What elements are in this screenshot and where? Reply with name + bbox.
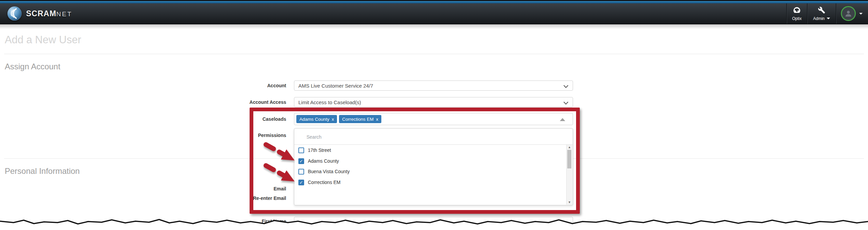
option-label: Corrections EM [308,180,340,185]
checkbox[interactable] [298,169,304,175]
caseload-tag: Adams County x [296,115,337,123]
scrollbar-up-icon[interactable]: ▲ [567,145,572,149]
email-label: Email [185,186,286,191]
nav-admin-button[interactable]: Admin [807,3,836,24]
chevron-down-icon [564,100,568,105]
nav-right: Optix Admin [786,3,867,24]
caseloads-dropdown-panel: 17th Street Adams County Buena Vista Cou… [294,128,573,205]
scramnet-logo-icon [7,6,22,21]
caseload-tag-label: Corrections EM [342,117,374,122]
nav-admin-label: Admin [813,16,825,21]
checkbox[interactable] [298,158,304,164]
screen: SCRAM NET Optix [0,0,868,230]
chevron-down-icon [564,83,568,88]
option-row[interactable]: Corrections EM [294,177,563,187]
account-access-select[interactable]: Limit Access to Caseload(s) [294,97,573,107]
nav-optix-button[interactable]: Optix [786,3,807,24]
annotation-arrow [263,161,297,187]
annotation-arrow [263,140,297,166]
option-label: Adams County [308,158,339,164]
reenter-email-label: Re-enter Email [185,196,286,201]
scrollbar-track[interactable]: ▲ ▼ [566,145,572,205]
account-label: Account [185,83,286,88]
tag-remove-x[interactable]: x [332,117,334,122]
brand-name-primary: SCRAM [26,9,56,18]
divider [294,144,573,145]
tag-remove-x[interactable]: x [376,117,378,122]
page-title: Add a New User [5,34,81,46]
top-navbar: SCRAM NET Optix [0,3,868,24]
scrollbar-down-icon[interactable]: ▼ [567,201,572,204]
option-row[interactable]: Adams County [294,156,563,166]
checkbox[interactable] [298,147,304,153]
account-access-label: Account Access [185,99,286,105]
caseloads-multiselect[interactable]: Adams County x Corrections EM x [294,113,573,125]
account-select-value: AMS Live Customer Service 24/7 [298,83,373,89]
section-heading-assign-account: Assign Account [5,62,60,71]
option-row[interactable]: 17th Street [294,145,563,155]
caret-down-icon [859,13,863,15]
divider [4,54,864,54]
option-label: Buena Vista County [308,169,350,174]
brand-name-secondary: NET [56,10,72,18]
collapse-arrow-icon[interactable] [560,118,565,121]
caret-down-icon [827,18,830,19]
search-input[interactable] [302,132,443,142]
account-select[interactable]: AMS Live Customer Service 24/7 [294,80,573,91]
option-row[interactable]: Buena Vista County [294,166,563,177]
scrollbar-thumb[interactable] [567,150,571,168]
nav-optix-label: Optix [792,16,802,21]
caseload-tag-label: Adams County [299,117,330,122]
option-label: 17th Street [308,147,331,153]
checkbox[interactable] [298,180,304,185]
gauge-icon [793,6,801,15]
brand: SCRAM NET [7,6,72,21]
permissions-label: Permissions [185,133,286,138]
user-avatar-icon [841,6,856,21]
brand-text: SCRAM NET [26,9,72,18]
caseload-tag: Corrections EM x [339,115,381,123]
first-name-input[interactable] [294,217,573,230]
wrench-icon [818,6,825,15]
navbar-shadow [0,24,868,29]
account-access-select-value: Limit Access to Caseload(s) [298,99,361,105]
caseloads-label: Caseloads [185,116,286,122]
user-menu-button[interactable] [836,3,867,24]
section-heading-personal-information: Personal Information [5,166,80,176]
first-name-label: First Name [185,218,286,224]
